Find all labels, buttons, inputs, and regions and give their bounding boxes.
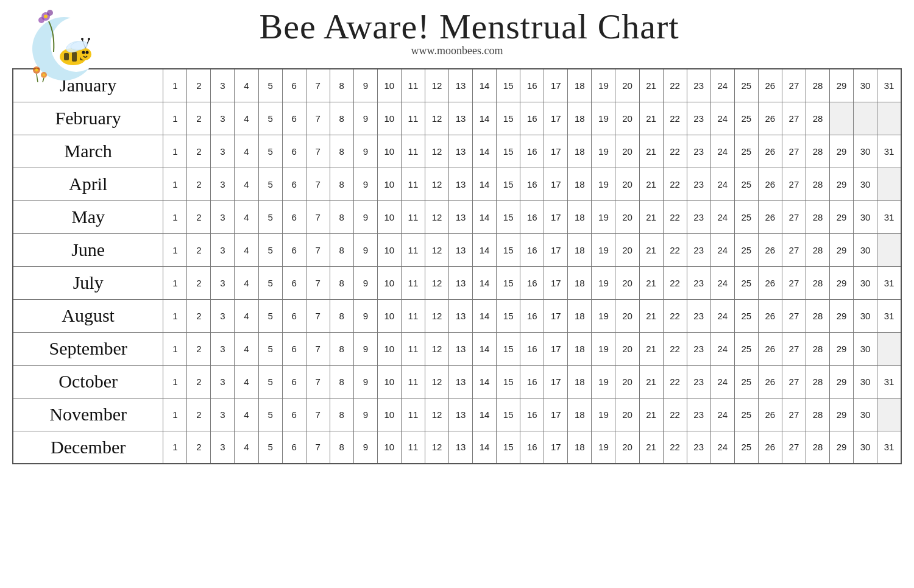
day-cell[interactable]: 14 <box>473 398 497 431</box>
day-cell[interactable]: 10 <box>377 365 401 398</box>
day-cell[interactable]: 19 <box>592 431 615 464</box>
day-cell[interactable]: 15 <box>497 332 520 365</box>
day-cell[interactable]: 11 <box>401 135 425 168</box>
day-cell[interactable]: 25 <box>734 431 758 464</box>
day-cell[interactable] <box>877 168 901 200</box>
day-cell[interactable]: 27 <box>782 299 806 332</box>
day-cell[interactable]: 1 <box>163 299 187 332</box>
day-cell[interactable]: 30 <box>854 69 877 102</box>
day-cell[interactable]: 3 <box>211 266 235 299</box>
day-cell[interactable]: 5 <box>258 332 282 365</box>
day-cell[interactable]: 11 <box>401 69 425 102</box>
day-cell[interactable]: 6 <box>282 299 306 332</box>
day-cell[interactable]: 18 <box>568 398 592 431</box>
day-cell[interactable]: 7 <box>306 332 330 365</box>
day-cell[interactable]: 1 <box>163 332 187 365</box>
day-cell[interactable]: 29 <box>830 168 854 200</box>
day-cell[interactable]: 13 <box>449 266 473 299</box>
day-cell[interactable]: 23 <box>687 69 710 102</box>
day-cell[interactable]: 8 <box>330 233 353 266</box>
day-cell[interactable]: 15 <box>497 266 520 299</box>
day-cell[interactable]: 28 <box>806 168 829 200</box>
day-cell[interactable]: 17 <box>544 102 568 135</box>
day-cell[interactable]: 19 <box>592 233 615 266</box>
day-cell[interactable]: 9 <box>353 200 377 233</box>
day-cell[interactable]: 23 <box>687 398 710 431</box>
day-cell[interactable]: 19 <box>592 332 615 365</box>
day-cell[interactable]: 5 <box>258 102 282 135</box>
day-cell[interactable]: 7 <box>306 102 330 135</box>
day-cell[interactable]: 29 <box>830 233 854 266</box>
day-cell[interactable]: 9 <box>353 299 377 332</box>
day-cell[interactable]: 7 <box>306 168 330 200</box>
day-cell[interactable]: 26 <box>758 135 782 168</box>
day-cell[interactable]: 10 <box>377 266 401 299</box>
day-cell[interactable]: 22 <box>663 69 687 102</box>
day-cell[interactable]: 10 <box>377 102 401 135</box>
day-cell[interactable]: 8 <box>330 266 353 299</box>
day-cell[interactable]: 29 <box>830 398 854 431</box>
day-cell[interactable]: 11 <box>401 200 425 233</box>
day-cell[interactable]: 21 <box>639 398 663 431</box>
day-cell[interactable]: 19 <box>592 69 615 102</box>
day-cell[interactable]: 26 <box>758 431 782 464</box>
day-cell[interactable]: 2 <box>187 431 211 464</box>
day-cell[interactable]: 16 <box>520 365 544 398</box>
day-cell[interactable]: 29 <box>830 299 854 332</box>
day-cell[interactable]: 11 <box>401 365 425 398</box>
day-cell[interactable]: 15 <box>497 365 520 398</box>
day-cell[interactable]: 23 <box>687 168 710 200</box>
day-cell[interactable]: 20 <box>615 233 639 266</box>
day-cell[interactable]: 11 <box>401 266 425 299</box>
day-cell[interactable]: 16 <box>520 233 544 266</box>
day-cell[interactable]: 17 <box>544 431 568 464</box>
day-cell[interactable]: 18 <box>568 431 592 464</box>
day-cell[interactable]: 19 <box>592 365 615 398</box>
day-cell[interactable]: 3 <box>211 168 235 200</box>
day-cell[interactable]: 25 <box>734 266 758 299</box>
day-cell[interactable]: 25 <box>734 102 758 135</box>
day-cell[interactable]: 25 <box>734 168 758 200</box>
day-cell[interactable] <box>830 102 854 135</box>
day-cell[interactable]: 17 <box>544 299 568 332</box>
day-cell[interactable]: 22 <box>663 135 687 168</box>
day-cell[interactable]: 30 <box>854 365 877 398</box>
day-cell[interactable]: 21 <box>639 233 663 266</box>
day-cell[interactable]: 28 <box>806 135 829 168</box>
day-cell[interactable]: 6 <box>282 69 306 102</box>
day-cell[interactable]: 7 <box>306 365 330 398</box>
day-cell[interactable]: 17 <box>544 233 568 266</box>
day-cell[interactable]: 19 <box>592 102 615 135</box>
day-cell[interactable]: 3 <box>211 398 235 431</box>
day-cell[interactable]: 9 <box>353 332 377 365</box>
day-cell[interactable]: 16 <box>520 69 544 102</box>
day-cell[interactable]: 14 <box>473 365 497 398</box>
day-cell[interactable]: 24 <box>710 431 734 464</box>
day-cell[interactable]: 15 <box>497 102 520 135</box>
day-cell[interactable]: 2 <box>187 266 211 299</box>
day-cell[interactable]: 25 <box>734 200 758 233</box>
day-cell[interactable]: 26 <box>758 233 782 266</box>
day-cell[interactable]: 28 <box>806 365 829 398</box>
day-cell[interactable]: 9 <box>353 431 377 464</box>
day-cell[interactable]: 21 <box>639 69 663 102</box>
day-cell[interactable]: 20 <box>615 431 639 464</box>
day-cell[interactable]: 28 <box>806 200 829 233</box>
day-cell[interactable]: 18 <box>568 299 592 332</box>
day-cell[interactable]: 6 <box>282 102 306 135</box>
day-cell[interactable]: 19 <box>592 200 615 233</box>
day-cell[interactable]: 26 <box>758 365 782 398</box>
day-cell[interactable]: 7 <box>306 299 330 332</box>
day-cell[interactable]: 20 <box>615 266 639 299</box>
day-cell[interactable]: 9 <box>353 266 377 299</box>
day-cell[interactable]: 24 <box>710 200 734 233</box>
day-cell[interactable]: 29 <box>830 332 854 365</box>
day-cell[interactable]: 30 <box>854 200 877 233</box>
day-cell[interactable]: 13 <box>449 102 473 135</box>
day-cell[interactable]: 13 <box>449 168 473 200</box>
day-cell[interactable]: 20 <box>615 332 639 365</box>
day-cell[interactable]: 13 <box>449 233 473 266</box>
day-cell[interactable]: 8 <box>330 365 353 398</box>
day-cell[interactable]: 1 <box>163 102 187 135</box>
day-cell[interactable]: 27 <box>782 431 806 464</box>
